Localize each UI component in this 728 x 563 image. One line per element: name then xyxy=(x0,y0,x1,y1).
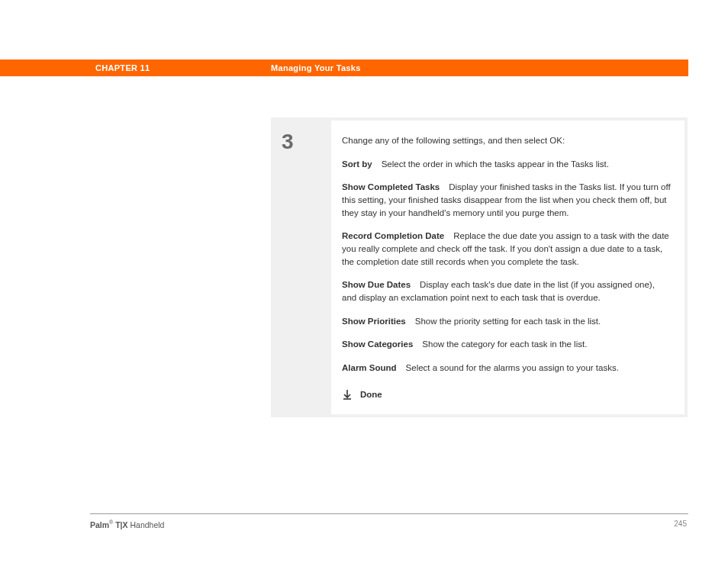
step-text: Change any of the following settings, an… xyxy=(331,121,685,414)
setting-item: Show PrioritiesShow the priority setting… xyxy=(342,315,671,328)
setting-item: Sort bySelect the order in which the tas… xyxy=(342,158,671,171)
setting-desc: Select the order in which the tasks appe… xyxy=(382,159,609,169)
setting-name: Show Completed Tasks xyxy=(342,182,440,191)
setting-item: Show CategoriesShow the category for eac… xyxy=(342,338,671,351)
chapter-title: Managing Your Tasks xyxy=(271,63,361,72)
footer-brand-tx: T|X xyxy=(113,520,127,529)
setting-name: Sort by xyxy=(342,159,372,169)
setting-desc: Show the category for each task in the l… xyxy=(422,339,587,349)
setting-item: Show Completed TasksDisplay your finishe… xyxy=(342,181,671,219)
setting-name: Show Due Dates xyxy=(342,280,411,289)
done-row: Done xyxy=(342,388,671,401)
done-label: Done xyxy=(360,388,382,401)
footer-divider xyxy=(90,513,688,514)
setting-name: Show Priorities xyxy=(342,317,406,326)
setting-item: Alarm SoundSelect a sound for the alarms… xyxy=(342,362,671,375)
step-number: 3 xyxy=(274,121,331,414)
step-intro: Change any of the following settings, an… xyxy=(342,134,671,147)
step-content-box: 3 Change any of the following settings, … xyxy=(270,117,688,418)
footer-brand: Palm® T|X Handheld xyxy=(90,520,164,529)
setting-item: Show Due DatesDisplay each task's due da… xyxy=(342,278,671,304)
footer-brand-rest: Handheld xyxy=(128,520,165,529)
setting-name: Show Categories xyxy=(342,339,413,349)
header-bar: CHAPTER 11 Managing Your Tasks xyxy=(0,60,688,76)
setting-item: Record Completion DateReplace the due da… xyxy=(342,230,671,268)
done-arrow-icon xyxy=(342,389,353,400)
setting-name: Alarm Sound xyxy=(342,363,397,372)
chapter-label: CHAPTER 11 xyxy=(95,63,150,72)
setting-desc: Show the priority setting for each task … xyxy=(415,317,601,326)
page-number: 245 xyxy=(674,520,687,528)
setting-desc: Select a sound for the alarms you assign… xyxy=(406,363,619,372)
footer-brand-palm: Palm xyxy=(90,520,109,529)
setting-name: Record Completion Date xyxy=(342,231,444,240)
